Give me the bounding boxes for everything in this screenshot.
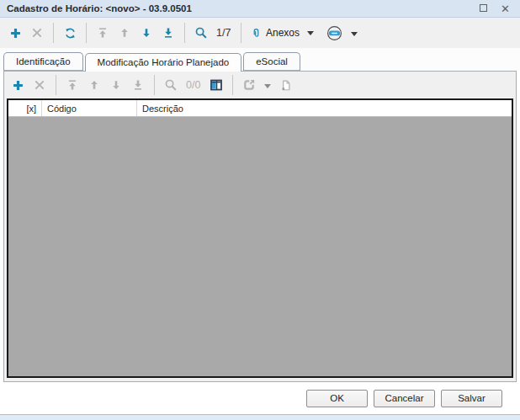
print-dropdown-caret-icon bbox=[351, 32, 358, 36]
grid-columns-button[interactable] bbox=[206, 74, 226, 96]
search-icon bbox=[164, 78, 178, 92]
grid-last-row-button[interactable] bbox=[128, 74, 148, 96]
grid-toolbar: 0/0 bbox=[4, 72, 516, 98]
close-icon: ✕ bbox=[501, 3, 510, 15]
maximize-button[interactable] bbox=[480, 3, 487, 13]
anexos-label: Anexos bbox=[266, 27, 300, 39]
add-icon bbox=[9, 27, 22, 40]
first-row-icon bbox=[66, 79, 78, 91]
toolbar-separator bbox=[56, 75, 56, 95]
toolbar-separator bbox=[232, 75, 233, 95]
grid-column-header-descricao[interactable]: Descrição bbox=[137, 100, 512, 116]
next-record-button[interactable] bbox=[136, 22, 157, 44]
next-row-icon bbox=[110, 79, 122, 91]
delete-icon bbox=[31, 27, 43, 39]
toolbar-separator bbox=[241, 23, 241, 43]
search-icon bbox=[194, 26, 208, 40]
tabstrip: Identificação Modificação Horário Planej… bbox=[0, 48, 520, 71]
save-button[interactable]: Salvar bbox=[441, 390, 502, 407]
previous-record-button[interactable] bbox=[114, 22, 135, 44]
tab-label: Identificação bbox=[16, 56, 71, 66]
add-record-button[interactable] bbox=[5, 22, 25, 44]
window-bottom-edge bbox=[0, 414, 520, 420]
planned-schedule-grid: [x] Código Descrição bbox=[7, 98, 513, 378]
report-icon bbox=[280, 79, 292, 92]
grid-row-counter: 0/0 bbox=[183, 79, 204, 91]
tab-label: eSocial bbox=[256, 56, 288, 66]
window-title: Cadastro de Horário: <novo> - 03.9.0501 bbox=[7, 3, 480, 13]
tab-esocial[interactable]: eSocial bbox=[243, 52, 300, 71]
tab-modificacao-horario-planejado[interactable]: Modificação Horário Planejado bbox=[85, 53, 242, 72]
print-button[interactable] bbox=[322, 22, 346, 44]
grid-column-header-check[interactable]: [x] bbox=[8, 100, 42, 116]
grid-add-row-button[interactable] bbox=[8, 74, 28, 96]
toolbar-separator bbox=[184, 23, 185, 43]
dialog-window: Cadastro de Horário: <novo> - 03.9.0501 … bbox=[0, 0, 520, 420]
record-counter: 1/7 bbox=[213, 27, 235, 39]
tab-label: Modificação Horário Planejado bbox=[98, 57, 230, 67]
refresh-button[interactable] bbox=[60, 22, 80, 44]
refresh-icon bbox=[64, 27, 77, 40]
grid-next-row-button[interactable] bbox=[106, 74, 126, 96]
export-dropdown-caret-icon bbox=[264, 84, 271, 88]
last-record-icon bbox=[162, 27, 174, 39]
titlebar: Cadastro de Horário: <novo> - 03.9.0501 … bbox=[0, 0, 520, 18]
tab-identificacao[interactable]: Identificação bbox=[3, 52, 83, 71]
grid-empty-body[interactable] bbox=[8, 117, 512, 376]
footer: OK Cancelar Salvar bbox=[0, 382, 520, 414]
delete-record-button[interactable] bbox=[27, 22, 47, 44]
paperclip-icon bbox=[251, 27, 262, 40]
grid-export-button[interactable] bbox=[239, 74, 259, 96]
close-button[interactable]: ✕ bbox=[501, 3, 510, 14]
first-record-button[interactable] bbox=[93, 22, 113, 44]
ok-button[interactable]: OK bbox=[306, 390, 368, 407]
last-record-button[interactable] bbox=[158, 22, 178, 44]
toolbar-separator bbox=[53, 23, 54, 43]
grid-export-dropdown-button[interactable] bbox=[261, 80, 274, 90]
grid-previous-row-button[interactable] bbox=[84, 74, 104, 96]
toolbar-separator bbox=[86, 23, 87, 43]
toolbar-separator bbox=[154, 75, 155, 95]
add-icon bbox=[12, 79, 24, 92]
grid-column-header-codigo[interactable]: Código bbox=[42, 100, 137, 116]
anexos-dropdown-caret-icon bbox=[307, 31, 314, 35]
anexos-button[interactable]: Anexos bbox=[247, 27, 321, 40]
delete-icon bbox=[34, 79, 45, 91]
cancel-button[interactable]: Cancelar bbox=[374, 390, 435, 407]
grid-first-row-button[interactable] bbox=[62, 74, 82, 96]
maximize-icon bbox=[480, 4, 487, 12]
grid-delete-row-button[interactable] bbox=[29, 74, 50, 96]
grid-search-button[interactable] bbox=[161, 74, 181, 96]
last-row-icon bbox=[132, 79, 144, 91]
print-dropdown-button[interactable] bbox=[348, 28, 361, 38]
grid-report-button[interactable] bbox=[276, 74, 296, 96]
grid-header-row: [x] Código Descrição bbox=[8, 100, 512, 117]
tab-panel: 0/0 [x] Código Descrição bbox=[3, 71, 517, 382]
next-record-icon bbox=[141, 27, 152, 39]
first-record-icon bbox=[97, 27, 109, 39]
search-records-button[interactable] bbox=[191, 22, 211, 44]
printer-icon bbox=[326, 25, 342, 41]
columns-icon bbox=[210, 78, 223, 92]
previous-record-icon bbox=[119, 27, 130, 39]
export-icon bbox=[242, 78, 256, 92]
main-toolbar: 1/7 Anexos bbox=[0, 18, 520, 48]
previous-row-icon bbox=[88, 79, 100, 91]
